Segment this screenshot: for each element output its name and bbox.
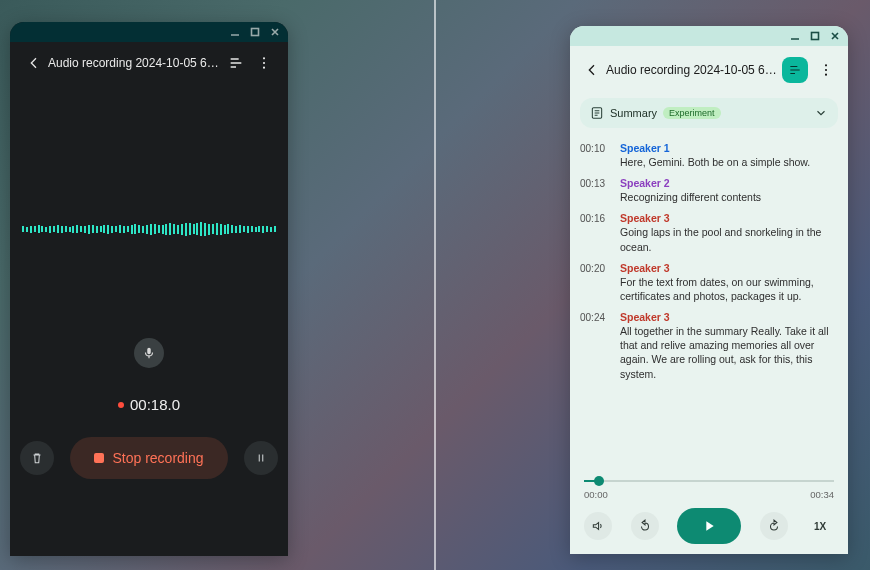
recording-title: Audio recording 2024-10-05 6:08:3… <box>606 63 778 77</box>
back-button[interactable] <box>20 49 48 77</box>
chevron-down-icon <box>814 106 828 120</box>
recording-dot-icon <box>118 402 124 408</box>
close-icon[interactable] <box>270 27 280 37</box>
recording-title: Audio recording 2024-10-05 6:08:34 PM <box>48 56 222 70</box>
transcript-timestamp: 00:16 <box>580 212 610 253</box>
delete-button[interactable] <box>20 441 54 475</box>
transcript-speaker: Speaker 3 <box>620 311 838 323</box>
stop-recording-button[interactable]: Stop recording <box>70 437 228 479</box>
waveform <box>10 222 288 236</box>
minimize-icon[interactable] <box>790 31 800 41</box>
pause-button[interactable] <box>244 441 278 475</box>
time-elapsed: 00:00 <box>584 489 608 500</box>
svg-point-7 <box>825 74 827 76</box>
transcript-timestamp: 00:20 <box>580 262 610 303</box>
transcript-toggle-button[interactable] <box>782 57 808 83</box>
mic-indicator <box>134 338 164 368</box>
transcript-speaker: Speaker 1 <box>620 142 838 154</box>
transcript-list: 00:10Speaker 1Here, Gemini. Both be on a… <box>580 134 838 389</box>
svg-point-2 <box>263 62 265 64</box>
playback-header: Audio recording 2024-10-05 6:08:3… <box>570 46 848 94</box>
summary-label: Summary <box>610 107 657 119</box>
minimize-icon[interactable] <box>230 27 240 37</box>
experiment-chip: Experiment <box>663 107 721 119</box>
recording-timer: 00:18.0 <box>10 396 288 413</box>
speed-button[interactable]: 1X <box>806 521 834 532</box>
svg-rect-0 <box>252 29 259 36</box>
recorder-header: Audio recording 2024-10-05 6:08:34 PM <box>10 42 288 84</box>
transcript-text: Here, Gemini. Both be on a simple show. <box>620 155 838 169</box>
transcript-line[interactable]: 00:20Speaker 3For the text from dates, o… <box>580 262 838 303</box>
transcript-text: For the text from dates, on our swimming… <box>620 275 838 303</box>
svg-point-1 <box>263 57 265 59</box>
transcript-line[interactable]: 00:24Speaker 3All together in the summar… <box>580 311 838 381</box>
stop-label: Stop recording <box>112 450 203 466</box>
svg-rect-4 <box>812 33 819 40</box>
transcript-toggle-button[interactable] <box>222 49 250 77</box>
svg-point-3 <box>263 67 265 69</box>
transcript-text: Recognizing different contents <box>620 190 838 204</box>
maximize-icon[interactable] <box>810 31 820 41</box>
transcript-speaker: Speaker 3 <box>620 262 838 274</box>
transcript-line[interactable]: 00:13Speaker 2Recognizing different cont… <box>580 177 838 204</box>
maximize-icon[interactable] <box>250 27 260 37</box>
time-total: 00:34 <box>810 489 834 500</box>
more-button[interactable] <box>250 49 278 77</box>
playback-window: Audio recording 2024-10-05 6:08:3… Summa… <box>570 26 848 554</box>
svg-point-6 <box>825 69 827 71</box>
transcript-timestamp: 00:13 <box>580 177 610 204</box>
play-button[interactable] <box>677 508 741 544</box>
transcript-line[interactable]: 00:10Speaker 1Here, Gemini. Both be on a… <box>580 142 838 169</box>
more-button[interactable] <box>812 56 840 84</box>
volume-button[interactable] <box>584 512 612 540</box>
summary-icon <box>590 106 604 120</box>
summary-card[interactable]: Summary Experiment <box>580 98 838 128</box>
transcript-speaker: Speaker 2 <box>620 177 838 189</box>
recorder-window: Audio recording 2024-10-05 6:08:34 PM 00… <box>10 22 288 556</box>
transcript-timestamp: 00:10 <box>580 142 610 169</box>
waveform-area <box>10 84 288 374</box>
close-icon[interactable] <box>830 31 840 41</box>
playback-bar: 00:00 00:34 1X <box>570 467 848 554</box>
window-titlebar <box>570 26 848 46</box>
seek-knob[interactable] <box>594 476 604 486</box>
layout-divider <box>434 0 436 570</box>
window-titlebar <box>10 22 288 42</box>
transcript-line[interactable]: 00:16Speaker 3Going laps in the pool and… <box>580 212 838 253</box>
transcript-text: Going laps in the pool and snorkeling in… <box>620 225 838 253</box>
stop-icon <box>94 453 104 463</box>
rewind-button[interactable] <box>631 512 659 540</box>
timer-value: 00:18.0 <box>130 396 180 413</box>
forward-button[interactable] <box>760 512 788 540</box>
recorder-controls: Stop recording <box>10 437 288 479</box>
seek-track[interactable] <box>584 475 834 487</box>
back-button[interactable] <box>578 56 606 84</box>
transcript-text: All together in the summary Really. Take… <box>620 324 838 381</box>
svg-point-5 <box>825 64 827 66</box>
transcript-timestamp: 00:24 <box>580 311 610 381</box>
transcript-speaker: Speaker 3 <box>620 212 838 224</box>
